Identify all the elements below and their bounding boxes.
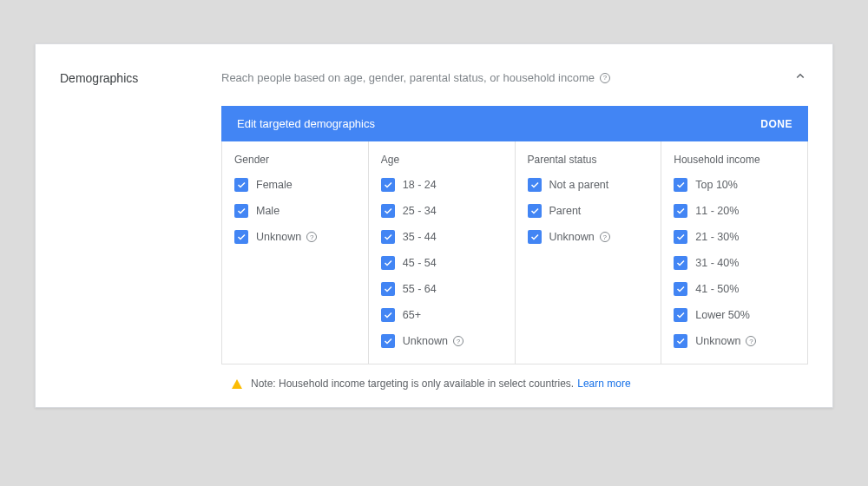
option-label: 35 - 44	[403, 231, 437, 243]
checkbox-checked-icon[interactable]	[528, 204, 542, 218]
option-list: 18 - 2425 - 3435 - 4445 - 5455 - 6465+Un…	[381, 178, 503, 348]
checkbox-option[interactable]: 55 - 64	[381, 282, 503, 296]
section-title: Demographics	[60, 71, 221, 85]
help-icon[interactable]: ?	[453, 336, 464, 346]
section-description: Reach people based on age, gender, paren…	[221, 71, 792, 84]
panel-header: Edit targeted demographics DONE	[221, 106, 808, 141]
checkbox-option[interactable]: Not a parent	[528, 178, 649, 192]
checkbox-option[interactable]: 41 - 50%	[674, 282, 795, 296]
checkbox-option[interactable]: 45 - 54	[381, 256, 503, 270]
checkbox-checked-icon[interactable]	[381, 334, 395, 348]
checkbox-checked-icon[interactable]	[381, 178, 395, 192]
checkbox-checked-icon[interactable]	[674, 334, 687, 348]
checkbox-checked-icon[interactable]	[234, 204, 248, 218]
checkbox-checked-icon[interactable]	[234, 230, 248, 244]
checkbox-checked-icon[interactable]	[381, 230, 395, 244]
option-label: 45 - 54	[403, 257, 437, 269]
checkbox-option[interactable]: 18 - 24	[381, 178, 503, 192]
checkbox-checked-icon[interactable]	[234, 178, 248, 192]
option-label: Lower 50%	[695, 309, 750, 321]
checkbox-checked-icon[interactable]	[381, 308, 395, 322]
col-heading: Gender	[234, 154, 356, 166]
checkbox-checked-icon[interactable]	[381, 282, 395, 296]
chevron-up-icon[interactable]	[792, 69, 808, 87]
card-header: Demographics Reach people based on age, …	[60, 69, 808, 87]
checkbox-option[interactable]: 21 - 30%	[674, 230, 795, 244]
col-age: Age 18 - 2425 - 3435 - 4445 - 5455 - 646…	[369, 141, 516, 364]
option-label: 55 - 64	[403, 283, 437, 295]
option-label: Unknown	[256, 231, 301, 243]
checkbox-checked-icon[interactable]	[674, 178, 687, 192]
checkbox-checked-icon[interactable]	[528, 178, 542, 192]
checkbox-option[interactable]: Top 10%	[674, 178, 795, 192]
checkbox-option[interactable]: Lower 50%	[674, 308, 795, 322]
col-income: Household income Top 10%11 - 20%21 - 30%…	[661, 141, 807, 364]
footer-note: Note: Household income targeting is only…	[221, 364, 808, 390]
checkbox-option[interactable]: Female	[234, 178, 356, 192]
col-parental: Parental status Not a parentParentUnknow…	[516, 141, 662, 364]
option-label: Unknown	[549, 231, 595, 243]
checkbox-checked-icon[interactable]	[674, 282, 687, 296]
help-icon[interactable]: ?	[306, 232, 317, 242]
option-label: Top 10%	[695, 179, 738, 191]
option-label: 25 - 34	[403, 205, 437, 217]
checkbox-option[interactable]: 31 - 40%	[674, 256, 795, 270]
option-label: Female	[256, 179, 293, 191]
desc-text: Reach people based on age, gender, paren…	[221, 71, 595, 84]
checkbox-checked-icon[interactable]	[528, 230, 542, 244]
learn-more-link[interactable]: Learn more	[577, 378, 630, 390]
columns: Gender FemaleMaleUnknown? Age 18 - 2425 …	[221, 141, 808, 364]
checkbox-option[interactable]: 65+	[381, 308, 503, 322]
checkbox-option[interactable]: 11 - 20%	[674, 204, 795, 218]
checkbox-checked-icon[interactable]	[381, 204, 395, 218]
col-gender: Gender FemaleMaleUnknown?	[222, 141, 369, 364]
warning-icon	[232, 379, 242, 389]
option-label: Male	[256, 205, 279, 217]
col-heading: Age	[381, 154, 503, 166]
checkbox-option[interactable]: 35 - 44	[381, 230, 503, 244]
checkbox-checked-icon[interactable]	[674, 204, 687, 218]
help-icon[interactable]: ?	[746, 336, 756, 346]
option-label: Unknown	[403, 335, 448, 347]
note-text: Note: Household income targeting is only…	[251, 378, 574, 390]
checkbox-checked-icon[interactable]	[674, 230, 687, 244]
option-list: Top 10%11 - 20%21 - 30%31 - 40%41 - 50%L…	[674, 178, 795, 348]
checkbox-option[interactable]: Unknown?	[381, 334, 503, 348]
option-list: Not a parentParentUnknown?	[528, 178, 649, 244]
panel-title: Edit targeted demographics	[237, 117, 375, 130]
option-list: FemaleMaleUnknown?	[234, 178, 356, 244]
checkbox-option[interactable]: Unknown?	[528, 230, 649, 244]
option-label: 31 - 40%	[695, 257, 739, 269]
checkbox-option[interactable]: Unknown?	[674, 334, 795, 348]
panel: Edit targeted demographics DONE Gender F…	[221, 106, 808, 390]
checkbox-option[interactable]: Parent	[528, 204, 649, 218]
help-icon[interactable]: ?	[600, 232, 610, 242]
checkbox-checked-icon[interactable]	[674, 256, 687, 270]
option-label: 18 - 24	[403, 179, 437, 191]
help-icon[interactable]: ?	[600, 73, 610, 83]
checkbox-checked-icon[interactable]	[381, 256, 395, 270]
col-heading: Parental status	[528, 154, 649, 166]
checkbox-checked-icon[interactable]	[674, 308, 687, 322]
col-heading: Household income	[674, 154, 795, 166]
option-label: Not a parent	[549, 179, 609, 191]
checkbox-option[interactable]: Unknown?	[234, 230, 356, 244]
option-label: 11 - 20%	[695, 205, 739, 217]
demographics-card: Demographics Reach people based on age, …	[35, 43, 833, 408]
option-label: 21 - 30%	[695, 231, 739, 243]
option-label: 65+	[403, 309, 421, 321]
checkbox-option[interactable]: Male	[234, 204, 356, 218]
option-label: Unknown	[695, 335, 740, 347]
option-label: 41 - 50%	[695, 283, 739, 295]
option-label: Parent	[549, 205, 582, 217]
checkbox-option[interactable]: 25 - 34	[381, 204, 503, 218]
done-button[interactable]: DONE	[760, 118, 792, 130]
